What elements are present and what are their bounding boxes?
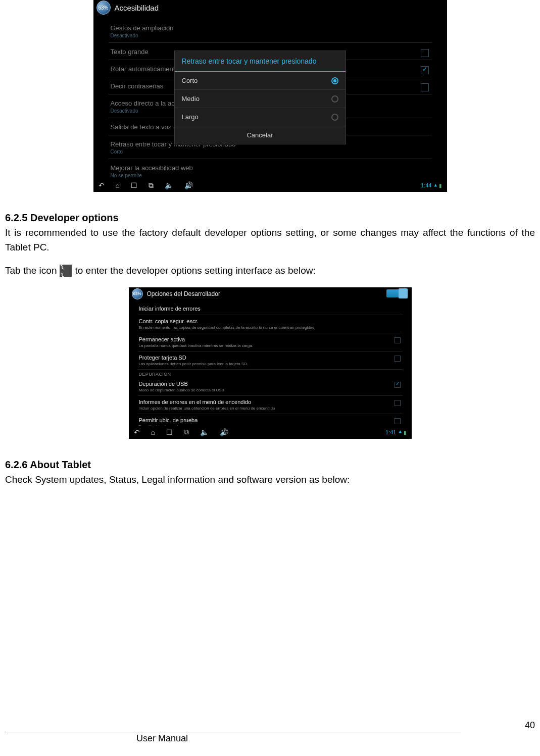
row-sub: Incluir opción de realizar una obtención… [139,406,402,411]
option-label: Medio [182,95,200,103]
system-navbar: ↶ ⌂ ☐ ⧉ 🔈 🔊 1:44 [93,179,447,192]
checkbox-icon[interactable] [421,66,429,74]
recents-icon[interactable]: ☐ [131,181,137,189]
checkbox-icon[interactable] [421,83,429,91]
heading-626: 6.2.6 About Tablet [5,459,535,471]
option-medio[interactable]: Medio [175,90,346,108]
volume-down-icon[interactable]: 🔈 [165,181,173,189]
paragraph-626: Check System updates, Status, Legal info… [5,473,535,487]
screenshot-icon[interactable]: ⧉ [184,428,189,436]
row-label: Depuración de USB [139,381,402,387]
row-label: Proteger tarjeta SD [139,355,402,361]
volume-down-icon[interactable]: 🔈 [200,428,209,436]
heading-625: 6.2.5 Developer options [5,212,535,224]
touch-hold-delay-dialog: Retraso entre tocar y mantener presionad… [174,51,346,144]
row-iniciar-informe[interactable]: Iniciar informe de errores [138,303,403,315]
checkbox-icon[interactable] [395,356,401,362]
wifi-icon [399,429,402,435]
row-informes-encendido[interactable]: Informes de errores en el menú de encend… [138,396,403,414]
footer-rule [5,732,461,732]
row-depuracion-usb[interactable]: Depuración de USB Modo de depuración cua… [138,378,403,396]
row-label: Mejorar la accesibilidad web [111,164,430,172]
battery-badge: 63% [96,1,111,15]
dev-options-list: Iniciar informe de errores Contr. copia … [138,303,403,426]
row-sub: Corto [111,149,430,155]
status-clock: 1:41 [385,429,406,435]
paragraph-625b: Tab the icon { } to enter the developer … [5,264,535,278]
option-corto[interactable]: Corto [175,72,346,90]
clock-text: 1:41 [385,429,396,435]
row-label: Contr. copia segur. escr. [139,318,402,324]
row-permanecer-activa[interactable]: Permanecer activa La pantalla nunca qued… [138,333,403,351]
row-label: Iniciar informe de errores [139,306,402,312]
radio-icon[interactable] [331,114,338,121]
row-label: Informes de errores en el menú de encend… [139,399,402,405]
wifi-icon [434,182,437,189]
back-icon[interactable]: ↶ [99,181,105,189]
battery-icon [404,429,407,435]
row-sub: La pantalla nunca quedará inactiva mient… [139,343,402,348]
battery-icon [439,182,442,188]
home-icon[interactable]: ⌂ [116,181,120,189]
dialog-title: Retraso entre tocar y mantener presionad… [175,51,346,72]
row-label: Gestos de ampliación [111,24,430,32]
option-largo[interactable]: Largo [175,108,346,126]
radio-icon[interactable] [331,95,338,103]
category-depuracion: DEPURACIÓN [138,370,403,378]
titlebar: 63% Opciones del Desarrollador [129,287,412,300]
row-gestos[interactable]: Gestos de ampliación Desactivado [109,19,432,43]
checkbox-icon[interactable] [395,337,401,343]
row-sub: En este momento, las copias de seguridad… [139,325,402,330]
checkbox-icon[interactable] [395,382,401,388]
row-sub: No se permite [111,173,430,178]
screenshot-developer-options: 63% Opciones del Desarrollador Iniciar i… [129,287,412,439]
screenshot-icon[interactable]: ⧉ [149,181,154,190]
row-proteger-sd[interactable]: Proteger tarjeta SD Las aplicaciones deb… [138,351,403,370]
radio-icon[interactable] [331,77,338,84]
paragraph-625: It is recommended to use the factory def… [5,226,535,255]
home-icon[interactable]: ⌂ [151,428,155,436]
text-fragment: to enter the developer options setting i… [75,264,315,278]
row-sub: Desactivado [111,33,430,38]
text-fragment: Tab the icon [5,264,57,278]
option-label: Largo [182,113,199,121]
page-number: 40 [525,720,535,731]
row-permitir-ubic[interactable]: Permitir ubic. de prueba Permitir ubic. … [138,414,403,426]
checkbox-icon[interactable] [395,418,401,424]
system-navbar: ↶ ⌂ ☐ ⧉ 🔈 🔊 1:41 [129,426,412,439]
volume-up-icon[interactable]: 🔊 [220,428,228,436]
clock-text: 1:44 [421,182,431,188]
cancel-button[interactable]: Cancelar [175,126,346,144]
row-sub: Las aplicaciones deben pedir permiso par… [139,362,402,366]
option-label: Corto [182,77,198,84]
row-sub: Modo de depuración cuando se conecta el … [139,388,402,392]
checkbox-icon[interactable] [395,400,401,406]
back-icon[interactable]: ↶ [134,428,140,436]
row-label: Permitir ubic. de prueba [139,417,402,423]
volume-up-icon[interactable]: 🔊 [184,181,193,189]
battery-badge: 63% [132,288,143,299]
checkbox-icon[interactable] [421,49,429,57]
footer-text: User Manual [136,733,535,744]
master-toggle[interactable] [386,289,408,297]
screenshot-accesibilidad: 63% Accesibilidad Gestos de ampliación D… [93,0,447,192]
row-label: Permanecer activa [139,336,402,342]
page-footer: User Manual [5,732,535,744]
titlebar: 63% Accesibilidad [93,0,447,15]
screen-title: Opciones del Desarrollador [147,290,220,297]
developer-options-icon: { } [60,265,72,277]
recents-icon[interactable]: ☐ [166,428,173,436]
row-contr-copia[interactable]: Contr. copia segur. escr. En este moment… [138,315,403,333]
status-clock: 1:44 [421,182,441,189]
screen-title: Accesibilidad [115,4,159,12]
